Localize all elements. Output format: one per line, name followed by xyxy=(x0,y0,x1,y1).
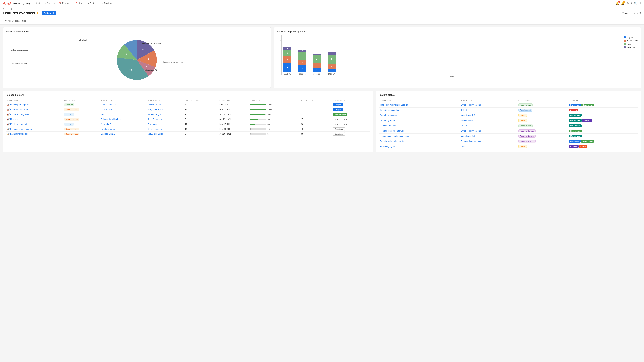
help-icon[interactable]: ? xyxy=(631,2,632,5)
feature-name-link[interactable]: Recurring payment subscriptions xyxy=(380,135,410,137)
feature-name-link[interactable]: Profile highlights xyxy=(380,145,395,148)
legend-dot-improvement xyxy=(624,40,626,42)
cell-feature-status: Ready to develop xyxy=(517,134,568,139)
release-name-link[interactable]: iOS 4.5 xyxy=(100,113,107,116)
bar-chart-panel: Features shipped by month 0 2 4 6 8 10 1… xyxy=(274,27,641,88)
y-axis: 0 2 4 6 8 10 12 14 16 xyxy=(276,35,282,75)
initiative-link[interactable]: Mobile app upgrades xyxy=(10,113,29,116)
nav-label-features: Features xyxy=(90,2,98,4)
cell-count: 11 xyxy=(184,107,218,112)
feature-release-link[interactable]: Enhanced notifications xyxy=(460,104,481,106)
feature-release-link[interactable]: Enhanced notifications xyxy=(460,130,481,132)
cell-release-name: Marketplace 1.0 xyxy=(99,107,146,112)
release-name-link[interactable]: Marketplace 2.0 xyxy=(100,133,115,135)
release-delivery-panel: Release delivery Initiative name Initiat… xyxy=(3,91,373,152)
owner-link[interactable]: MaryGrace Baldo xyxy=(148,108,163,111)
cell-release-name: iOS 4.5 xyxy=(99,112,146,117)
cell-initiative-status: Achieved xyxy=(63,102,100,107)
cell-feature-tags: DashboardNotifications xyxy=(568,139,638,144)
release-name-link[interactable]: Android 4.0 xyxy=(100,123,111,125)
release-name-link[interactable]: Event coverage xyxy=(100,128,114,130)
owner-link[interactable]: Rose Thompson xyxy=(148,118,162,120)
tag-badge: Marketplace xyxy=(569,124,582,127)
views-button[interactable]: Views ▾ xyxy=(620,11,632,15)
cell-initiative-name: 🚀 Launch marketplace xyxy=(6,132,63,136)
feature-release-link[interactable]: iOS 4.5 xyxy=(460,109,467,111)
feature-name-link[interactable]: Search by category xyxy=(380,114,397,116)
tag-badge: Partners xyxy=(569,145,578,148)
share-button[interactable]: ⬆ xyxy=(639,11,641,14)
page-title: Features overview xyxy=(3,11,35,15)
cell-feature-release-name: Marketplace 2.0 xyxy=(459,113,517,118)
nav-item-ideas[interactable]: 📍 Ideas xyxy=(73,0,85,7)
nav-right: 🔔 1 🔔 1 ⚙ ? 🔍 + xyxy=(616,1,641,5)
top-nav: Aha! Fredwin Cycling ▾ ℹ Info ◎ Strategy… xyxy=(0,0,644,7)
cell-feature-status: Ready to develop xyxy=(517,139,568,144)
initiative-link[interactable]: UI refresh xyxy=(10,118,19,120)
add-workspace-filter-button[interactable]: ▼ Add workspace filter xyxy=(3,19,28,23)
pie-label-event-coverage: Increase event coverage xyxy=(163,61,183,63)
feature-release-link[interactable]: Marketplace 2.0 xyxy=(460,119,475,122)
feature-name-link[interactable]: Push based weather alerts xyxy=(380,140,404,142)
cell-progress: 30% xyxy=(248,122,300,127)
add-button[interactable]: + xyxy=(640,1,641,5)
y-tick-2: 2 xyxy=(276,64,282,66)
save-button[interactable]: Save xyxy=(633,12,638,14)
cell-feature-name: Remove from cart xyxy=(379,123,459,128)
nav-item-roadmaps[interactable]: ≡ Roadmaps xyxy=(100,0,116,7)
cell-initiative-status: Some progress xyxy=(63,117,100,122)
cell-feature-release-name: iOS 4.5 xyxy=(459,144,517,149)
workspace-selector[interactable]: Fredwin Cycling ▾ xyxy=(13,2,32,4)
feature-name-link[interactable]: Track required maintenance 2.0 xyxy=(380,104,408,106)
initiative-link[interactable]: Increase event coverage xyxy=(10,128,32,130)
feature-name-link[interactable]: Remove from cart xyxy=(380,124,396,127)
initiative-link[interactable]: Launch partner portal xyxy=(10,104,29,106)
owner-link[interactable]: MaryGrace Baldo xyxy=(148,133,163,135)
nav-item-releases[interactable]: 📅 Releases xyxy=(57,0,73,7)
alerts-icon[interactable]: 🔔 1 xyxy=(621,2,624,5)
cell-date: Jun 20, 2021 xyxy=(218,132,248,136)
feature-release-link[interactable]: iOS 4.5 xyxy=(460,145,467,148)
cell-days: 69 xyxy=(300,132,332,136)
search-icon[interactable]: 🔍 xyxy=(634,2,638,5)
feature-release-link[interactable]: iOS 4.5 xyxy=(460,124,467,127)
feature-name-link[interactable]: Search by brand xyxy=(380,119,395,122)
owner-link[interactable]: Micaela Wright xyxy=(148,113,161,116)
feature-panel-title: Feature status xyxy=(379,93,638,96)
cell-feature-name: Track required maintenance 2.0 xyxy=(379,102,459,108)
header-actions: Views ▾ Save ⬆ xyxy=(620,11,641,15)
owner-link[interactable]: Rose Thompson xyxy=(148,128,162,130)
add-panel-button[interactable]: Add panel xyxy=(42,11,56,15)
settings-icon[interactable]: ⚙ xyxy=(626,2,629,5)
svg-text:11: 11 xyxy=(142,48,144,51)
nav-item-features[interactable]: ⊞ Features xyxy=(85,0,100,7)
initiative-link[interactable]: Mobile app upgrades xyxy=(10,123,29,125)
feature-release-link[interactable]: Enhanced notifications xyxy=(460,140,481,142)
feature-release-link[interactable]: Marketplace 2.0 xyxy=(460,135,475,137)
release-name-link[interactable]: Partner portal 1.0 xyxy=(100,104,116,106)
release-name-link[interactable]: Marketplace 1.0 xyxy=(100,108,115,111)
feature-name-link[interactable]: Remind users when to fuel xyxy=(380,130,404,132)
cell-initiative-name: 🚀 Mobile app upgrades xyxy=(6,112,63,117)
initiative-link[interactable]: Launch marketplace xyxy=(10,108,28,111)
legend-label-improvement: Improvement xyxy=(627,39,638,42)
progress-fill xyxy=(250,119,258,120)
owner-link[interactable]: Micaela Wright xyxy=(148,104,161,106)
notifications-icon[interactable]: 🔔 1 xyxy=(616,2,619,5)
cell-feature-tags: Security xyxy=(568,108,638,113)
col-count-features: Count of features xyxy=(184,98,218,102)
col-release-name: Release name xyxy=(99,98,146,102)
nav-item-info[interactable]: ℹ Info xyxy=(34,0,43,7)
star-icon[interactable]: ★ xyxy=(36,11,39,15)
feature-release-link[interactable]: Marketplace 2.0 xyxy=(460,114,475,116)
progress-text: 90% xyxy=(268,113,271,115)
release-name-link[interactable]: Enhanced notifications xyxy=(100,118,121,120)
cell-initiative-name: 🚀 Launch partner portal xyxy=(6,102,63,107)
alerts-badge: 1 xyxy=(623,1,625,3)
y-tick-16: 16 xyxy=(276,35,282,37)
owner-link[interactable]: Erik Johnson xyxy=(148,123,159,125)
feature-name-link[interactable]: Security patch update xyxy=(380,109,400,111)
nav-item-strategy[interactable]: ◎ Strategy xyxy=(43,0,57,7)
release-table-row: 🚀 Increase event coverage Some progress … xyxy=(6,127,370,132)
initiative-link[interactable]: Launch marketplace xyxy=(10,133,28,135)
